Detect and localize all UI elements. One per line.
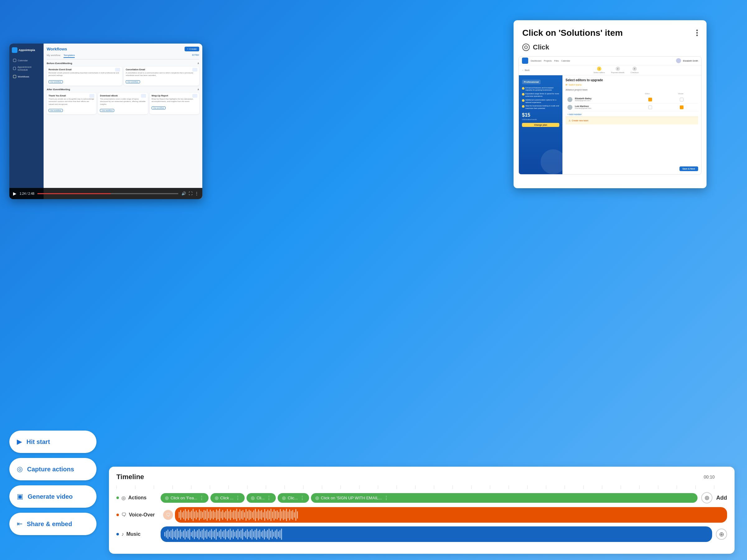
more-options-icon[interactable] bbox=[696, 28, 698, 36]
editor-checkbox-2[interactable] bbox=[648, 105, 652, 109]
viewer-checkbox-2[interactable] bbox=[680, 105, 684, 109]
app-tabs: My workflow Templates ⊞ Filter bbox=[47, 54, 199, 59]
click-indicator-row: Click bbox=[514, 43, 706, 56]
instruction-header: Click on 'Solutions' item bbox=[514, 20, 706, 43]
use-workflow-btn-3: Use workflow bbox=[49, 109, 63, 112]
timeline-time-marker: 00:10 bbox=[704, 475, 715, 479]
back-button: ← Back bbox=[522, 69, 530, 71]
video-time: 1:24 / 2:48 bbox=[20, 192, 34, 195]
person-row-1: Elizabeth Bailey elizba@gmail.com bbox=[566, 96, 698, 104]
voiceover-track-content: 🗨 bbox=[161, 507, 727, 523]
chip-icon-1: ◎ bbox=[165, 495, 169, 500]
wrapup-report-card: Wrap-Up Report Wrap-Up Report that highl… bbox=[150, 93, 199, 114]
actions-add-btn[interactable]: ⊕ bbox=[701, 492, 713, 503]
music-track-dot bbox=[117, 533, 119, 535]
change-plan-btn[interactable]: Change plan bbox=[522, 123, 559, 127]
team-label: Alliance project team bbox=[566, 89, 698, 91]
more-icon[interactable]: ⋮ bbox=[195, 191, 199, 196]
actions-track: ◎ Actions ◎ Click on 'Fea... ⋮ ◎ Click .… bbox=[117, 492, 727, 503]
timeline-header: Timeline 00:10 bbox=[117, 473, 727, 481]
music-track: ♪ Music ⊕ bbox=[117, 526, 727, 542]
music-add-btn[interactable]: ⊕ bbox=[716, 529, 727, 540]
nav-files: Files bbox=[554, 60, 559, 62]
video-panel: Appointopia Calendar Appointment Schedul… bbox=[9, 44, 202, 199]
action-chip-5[interactable]: ◎ Click on 'SIGN UP WITH EMAIL... ⋮ bbox=[311, 493, 697, 503]
upgrade-plan-box: Professional Enhanced features and incre… bbox=[519, 75, 562, 174]
volume-icon[interactable]: 🔊 bbox=[181, 191, 186, 196]
voiceover-track-label: Voice-Over bbox=[129, 512, 155, 518]
chip-dots-5: ⋮ bbox=[384, 495, 389, 501]
after-event-cards: Thank You Email Thank-you emails are a t… bbox=[47, 93, 199, 114]
app-main-content: Workflows + Create My workflow Templates… bbox=[44, 44, 202, 199]
feature-4: Ideal for businesses looking to scale an… bbox=[522, 105, 559, 110]
editor-toggle-2[interactable] bbox=[636, 105, 665, 109]
music-track-content bbox=[161, 526, 712, 542]
video-progress-fill bbox=[37, 193, 110, 194]
app-logo-text: Appointopia bbox=[19, 49, 35, 52]
click-label: Click bbox=[533, 43, 549, 51]
reminder-email-card: Reminder Event Email Reminder emails pre… bbox=[47, 66, 122, 85]
inner-app-screenshot: Dashboard Projects Files Calendar Elizab… bbox=[518, 56, 701, 175]
app-sidebar: Appointopia Calendar Appointment Schedul… bbox=[9, 44, 44, 199]
editor-section-title: Select editors to upgrade bbox=[566, 78, 698, 82]
hit-start-btn[interactable]: ▶ Hit start bbox=[9, 431, 97, 453]
action-chip-3[interactable]: ◎ Cli... ⋮ bbox=[247, 493, 276, 503]
capture-icon: ◎ bbox=[17, 465, 23, 473]
feature-2: Expanded usage limits & speed for more e… bbox=[522, 93, 559, 98]
play-icon: ▶ bbox=[17, 438, 22, 446]
create-team-btn[interactable]: ⚠ Create new team bbox=[566, 117, 698, 125]
person-row-2: Luis Martinez luismar@gmail.com bbox=[566, 104, 698, 111]
fullscreen-icon[interactable]: ⛶ bbox=[189, 191, 192, 196]
instruction-panel: Click on 'Solutions' item Click Dashboar… bbox=[514, 20, 706, 188]
step-payment-details: 2 Payment details bbox=[611, 66, 624, 74]
music-waveform bbox=[161, 526, 712, 542]
app-logo-icon bbox=[12, 47, 18, 53]
viewer-checkbox-1[interactable] bbox=[680, 98, 684, 101]
section-after-event: After Event/Meeting ∧ bbox=[47, 88, 199, 91]
generate-video-label: Generate video bbox=[28, 493, 73, 500]
sidebar-workflows: Workflows bbox=[12, 74, 41, 80]
action-chip-2[interactable]: ◎ Click ... ⋮ bbox=[210, 493, 245, 503]
chip-dots-4: ⋮ bbox=[300, 495, 305, 501]
viewer-toggle-2[interactable] bbox=[667, 105, 697, 109]
editor-checkbox-1[interactable] bbox=[648, 98, 652, 101]
video-control-icons: 🔊 ⛶ ⋮ bbox=[181, 191, 199, 196]
video-progress-bar[interactable] bbox=[37, 193, 178, 194]
play-icon[interactable]: ▶ bbox=[13, 191, 17, 196]
use-workflow-btn-2: Use workflow bbox=[126, 80, 140, 83]
music-bars bbox=[161, 526, 286, 542]
chip-dots-3: ⋮ bbox=[266, 495, 272, 501]
chip-dots-2: ⋮ bbox=[235, 495, 240, 501]
editor-toggle-1[interactable] bbox=[636, 98, 665, 101]
chip-dots-1: ⋮ bbox=[199, 495, 204, 501]
viewer-toggle-1[interactable] bbox=[667, 98, 697, 101]
use-workflow-btn-1: Use workflow bbox=[49, 80, 63, 83]
generate-video-btn[interactable]: ▣ Generate video bbox=[9, 485, 97, 508]
wave-decoration bbox=[541, 149, 562, 174]
action-chip-1[interactable]: ◎ Click on 'Fea... ⋮ bbox=[161, 493, 209, 503]
plan-price: $15 bbox=[522, 112, 559, 118]
section-before-event: Before Event/Meeting ∧ bbox=[47, 62, 199, 65]
before-event-cards: Reminder Event Email Reminder emails pre… bbox=[47, 66, 199, 85]
capture-actions-btn[interactable]: ◎ Capture actions bbox=[9, 458, 97, 480]
add-member-btn[interactable]: + Add member bbox=[566, 111, 698, 115]
voiceover-track: 🗨 Voice-Over 🗨 bbox=[117, 507, 727, 523]
actions-track-icon: ◎ bbox=[121, 495, 126, 501]
voiceover-waveform-icon: 🗨 bbox=[163, 510, 173, 520]
person-avatar-2 bbox=[567, 105, 572, 110]
share-embed-btn[interactable]: ⇤ Share & embed bbox=[9, 513, 97, 535]
save-next-btn[interactable]: Save & Next bbox=[679, 166, 698, 171]
use-workflow-btn-5: Use workflow bbox=[152, 106, 166, 109]
action-chip-4[interactable]: ◎ Clic... ⋮ bbox=[278, 493, 309, 503]
nav-calendar: Calendar bbox=[561, 60, 570, 62]
download-ebook-card: Download eBook The presentations cover a… bbox=[98, 93, 148, 114]
person-avatar-1 bbox=[567, 97, 572, 102]
timeline-title: Timeline bbox=[117, 473, 144, 481]
voiceover-track-info: 🗨 Voice-Over bbox=[117, 512, 157, 518]
timeline-panel: Timeline 00:10 ◎ Actions ◎ Click on 'Fea… bbox=[109, 466, 735, 554]
actions-track-label: Actions bbox=[128, 495, 147, 501]
sidebar-appt: Appointment Schedule bbox=[12, 64, 41, 73]
switch-teams-btn[interactable]: ⇄ Switch teams bbox=[566, 84, 698, 86]
voiceover-track-icon: 🗨 bbox=[121, 512, 126, 518]
inner-topbar: Dashboard Projects Files Calendar Elizab… bbox=[519, 57, 701, 65]
